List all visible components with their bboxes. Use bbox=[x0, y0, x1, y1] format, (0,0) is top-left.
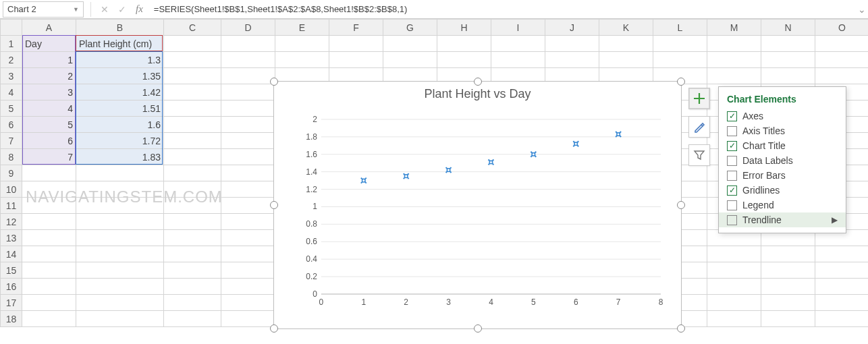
cell-I1[interactable] bbox=[491, 36, 545, 52]
chart-object[interactable]: Plant Height vs Day 00.20.40.60.811.21.4… bbox=[273, 81, 682, 329]
cell-D8[interactable] bbox=[221, 149, 275, 165]
cell-B3[interactable]: 1.35 bbox=[76, 68, 164, 84]
col-header-I[interactable]: I bbox=[491, 20, 545, 36]
checkbox-icon[interactable] bbox=[727, 171, 737, 181]
chart-element-option-axes[interactable]: ✓ Axes bbox=[719, 109, 846, 123]
cell-B4[interactable]: 1.42 bbox=[76, 84, 164, 101]
confirm-icon[interactable]: ✓ bbox=[118, 4, 126, 15]
cell-B12[interactable] bbox=[76, 214, 164, 230]
cell-A10[interactable] bbox=[22, 181, 76, 198]
cell-C14[interactable] bbox=[164, 246, 221, 262]
cell-C6[interactable] bbox=[164, 117, 221, 133]
cell-C2[interactable] bbox=[164, 52, 221, 68]
cell-M18[interactable] bbox=[707, 311, 761, 327]
cell-F2[interactable] bbox=[329, 52, 383, 68]
cell-C10[interactable] bbox=[164, 181, 221, 198]
cell-C11[interactable] bbox=[164, 198, 221, 214]
data-point-2[interactable] bbox=[446, 167, 452, 173]
data-point-0[interactable] bbox=[361, 178, 367, 183]
cell-D3[interactable] bbox=[221, 68, 275, 84]
name-box-dropdown-icon[interactable]: ▼ bbox=[73, 6, 79, 13]
cell-B11[interactable] bbox=[76, 198, 164, 214]
select-all-corner[interactable] bbox=[1, 20, 22, 36]
formula-input[interactable] bbox=[148, 4, 856, 14]
row-header-1[interactable]: 1 bbox=[1, 36, 22, 52]
col-header-O[interactable]: O bbox=[815, 20, 869, 36]
cell-H1[interactable] bbox=[437, 36, 491, 52]
cell-K2[interactable] bbox=[599, 52, 653, 68]
checkbox-icon[interactable] bbox=[727, 200, 737, 210]
checkbox-icon[interactable]: ✓ bbox=[727, 141, 737, 151]
cell-A4[interactable]: 3 bbox=[22, 84, 76, 101]
cell-B14[interactable] bbox=[76, 246, 164, 262]
cell-A6[interactable]: 5 bbox=[22, 117, 76, 133]
chart-styles-button[interactable] bbox=[688, 116, 710, 138]
row-header-3[interactable]: 3 bbox=[1, 68, 22, 84]
col-header-N[interactable]: N bbox=[761, 20, 815, 36]
cell-N3[interactable] bbox=[761, 68, 815, 84]
cell-D6[interactable] bbox=[221, 117, 275, 133]
name-box[interactable]: Chart 2 ▼ bbox=[3, 1, 84, 18]
cell-C1[interactable] bbox=[164, 36, 221, 52]
resize-handle-mr[interactable] bbox=[677, 201, 685, 209]
cell-A16[interactable] bbox=[22, 279, 76, 295]
chart-plot-area[interactable]: 00.20.40.60.811.21.41.61.82012345678 bbox=[301, 114, 668, 309]
col-header-F[interactable]: F bbox=[329, 20, 383, 36]
cell-D18[interactable] bbox=[221, 311, 275, 327]
cell-M14[interactable] bbox=[707, 246, 761, 262]
cell-A7[interactable]: 6 bbox=[22, 133, 76, 149]
cell-M16[interactable] bbox=[707, 279, 761, 295]
cell-A3[interactable]: 2 bbox=[22, 68, 76, 84]
cell-O3[interactable] bbox=[815, 68, 869, 84]
cell-B2[interactable]: 1.3 bbox=[76, 52, 164, 68]
cell-B18[interactable] bbox=[76, 311, 164, 327]
fx-icon[interactable]: fx bbox=[136, 3, 143, 15]
cell-D16[interactable] bbox=[221, 279, 275, 295]
row-header-5[interactable]: 5 bbox=[1, 101, 22, 117]
col-header-J[interactable]: J bbox=[545, 20, 599, 36]
cell-L2[interactable] bbox=[653, 52, 707, 68]
data-point-1[interactable] bbox=[404, 173, 409, 179]
col-header-L[interactable]: L bbox=[653, 20, 707, 36]
cell-A13[interactable] bbox=[22, 230, 76, 246]
chart-element-option-legend[interactable]: Legend bbox=[719, 198, 846, 212]
submenu-arrow-icon[interactable]: ▶ bbox=[832, 215, 838, 225]
cell-C16[interactable] bbox=[164, 279, 221, 295]
resize-handle-br[interactable] bbox=[677, 324, 685, 333]
cell-B5[interactable]: 1.51 bbox=[76, 101, 164, 117]
cell-B6[interactable]: 1.6 bbox=[76, 117, 164, 133]
cell-D10[interactable] bbox=[221, 181, 275, 198]
cell-D17[interactable] bbox=[221, 295, 275, 311]
cell-B15[interactable] bbox=[76, 262, 164, 279]
cell-E1[interactable] bbox=[275, 36, 329, 52]
resize-handle-bm[interactable] bbox=[474, 324, 482, 333]
cell-B9[interactable] bbox=[76, 165, 164, 181]
col-header-D[interactable]: D bbox=[221, 20, 275, 36]
row-header-2[interactable]: 2 bbox=[1, 52, 22, 68]
cell-D7[interactable] bbox=[221, 133, 275, 149]
cell-D5[interactable] bbox=[221, 101, 275, 117]
row-header-18[interactable]: 18 bbox=[1, 311, 22, 327]
cell-D12[interactable] bbox=[221, 214, 275, 230]
row-header-6[interactable]: 6 bbox=[1, 117, 22, 133]
resize-handle-ml[interactable] bbox=[270, 201, 278, 209]
cell-N17[interactable] bbox=[761, 295, 815, 311]
cell-N15[interactable] bbox=[761, 262, 815, 279]
cell-E2[interactable] bbox=[275, 52, 329, 68]
cell-G1[interactable] bbox=[383, 36, 437, 52]
data-point-5[interactable] bbox=[573, 141, 578, 146]
chart-filters-button[interactable] bbox=[688, 144, 710, 166]
cell-H2[interactable] bbox=[437, 52, 491, 68]
cell-D13[interactable] bbox=[221, 230, 275, 246]
cell-A15[interactable] bbox=[22, 262, 76, 279]
cell-O15[interactable] bbox=[815, 262, 869, 279]
cell-C3[interactable] bbox=[164, 68, 221, 84]
row-header-9[interactable]: 9 bbox=[1, 165, 22, 181]
cell-C5[interactable] bbox=[164, 101, 221, 117]
cell-C15[interactable] bbox=[164, 262, 221, 279]
cell-A5[interactable]: 4 bbox=[22, 101, 76, 117]
row-header-11[interactable]: 11 bbox=[1, 198, 22, 214]
cell-C13[interactable] bbox=[164, 230, 221, 246]
col-header-B[interactable]: B bbox=[76, 20, 164, 36]
row-header-10[interactable]: 10 bbox=[1, 181, 22, 198]
